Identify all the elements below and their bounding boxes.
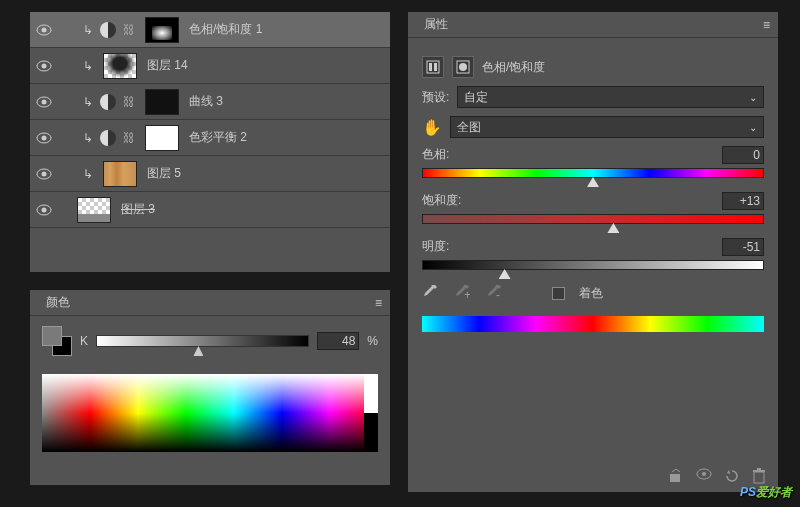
adjustment-icon bbox=[100, 130, 116, 146]
hue-value-input[interactable]: 0 bbox=[722, 146, 764, 164]
link-icon[interactable]: ⛓ bbox=[122, 93, 136, 111]
adjustment-name: 色相/饱和度 bbox=[482, 59, 545, 76]
svg-rect-19 bbox=[670, 474, 680, 482]
svg-point-5 bbox=[42, 99, 47, 104]
layer-mask-thumb[interactable] bbox=[145, 89, 179, 115]
svg-text:+: + bbox=[464, 288, 470, 300]
hue-range-bar[interactable] bbox=[422, 316, 764, 332]
k-value-input[interactable]: 48 bbox=[317, 332, 359, 350]
unit-label: % bbox=[367, 334, 378, 348]
panel-header: 颜色 ≡ bbox=[30, 290, 390, 316]
color-tab[interactable]: 颜色 bbox=[38, 290, 78, 315]
layer-name[interactable]: 图层 14 bbox=[147, 57, 188, 74]
panel-header: 属性 ≡ bbox=[408, 12, 778, 38]
colorize-checkbox[interactable] bbox=[552, 287, 565, 300]
svg-point-7 bbox=[42, 135, 47, 140]
clip-icon: ↳ bbox=[82, 95, 94, 109]
lightness-value-input[interactable]: -51 bbox=[722, 238, 764, 256]
layer-name[interactable]: 色相/饱和度 1 bbox=[189, 21, 262, 38]
hand-scrub-icon[interactable]: ✋ bbox=[422, 118, 442, 137]
layer-thumb[interactable] bbox=[77, 197, 111, 223]
adjustment-icon bbox=[100, 22, 116, 38]
range-select[interactable]: 全图 ⌄ bbox=[450, 116, 764, 138]
color-spectrum[interactable] bbox=[42, 374, 378, 452]
visibility-icon[interactable] bbox=[35, 165, 53, 183]
layer-row[interactable]: ↳ ⛓ 曲线 3 bbox=[30, 84, 390, 120]
watermark: PS爱好者 bbox=[740, 482, 792, 501]
svg-point-9 bbox=[42, 171, 47, 176]
layer-row[interactable]: ↳ 图层 5 bbox=[30, 156, 390, 192]
hue-label: 色相: bbox=[422, 146, 449, 164]
layer-mask-thumb[interactable] bbox=[145, 125, 179, 151]
lightness-label: 明度: bbox=[422, 238, 449, 256]
slider-knob[interactable] bbox=[193, 346, 203, 356]
channel-label: K bbox=[80, 334, 88, 348]
saturation-slider[interactable] bbox=[422, 214, 764, 224]
saturation-value-input[interactable]: +13 bbox=[722, 192, 764, 210]
svg-point-21 bbox=[702, 472, 706, 476]
svg-rect-14 bbox=[434, 63, 437, 71]
svg-point-11 bbox=[42, 207, 47, 212]
layer-name[interactable]: 图层 5 bbox=[147, 165, 181, 182]
slider-knob[interactable] bbox=[607, 223, 619, 233]
mask-icon[interactable] bbox=[452, 56, 474, 78]
adjustment-icon bbox=[100, 94, 116, 110]
layer-row[interactable]: ↳ ⛓ 色相/饱和度 1 bbox=[30, 12, 390, 48]
svg-point-1 bbox=[42, 27, 47, 32]
layer-thumb[interactable] bbox=[103, 53, 137, 79]
chevron-down-icon: ⌄ bbox=[749, 92, 757, 103]
eyedropper-icon[interactable] bbox=[422, 284, 440, 302]
slider-knob[interactable] bbox=[499, 269, 511, 279]
svg-rect-24 bbox=[757, 468, 761, 470]
fg-swatch[interactable] bbox=[42, 326, 62, 346]
view-previous-icon[interactable] bbox=[696, 468, 712, 484]
visibility-icon[interactable] bbox=[35, 57, 53, 75]
layer-row[interactable]: ↳ 图层 14 bbox=[30, 48, 390, 84]
properties-tab[interactable]: 属性 bbox=[416, 12, 456, 37]
properties-panel: 属性 ≡ 色相/饱和度 预设: 自定 ⌄ ✋ 全图 ⌄ 色相: 0 bbox=[408, 12, 778, 492]
svg-text:-: - bbox=[496, 288, 500, 300]
svg-point-3 bbox=[42, 63, 47, 68]
svg-point-16 bbox=[459, 63, 467, 71]
clip-icon: ↳ bbox=[82, 131, 94, 145]
slider-knob[interactable] bbox=[587, 177, 599, 187]
layers-panel: ↳ ⛓ 色相/饱和度 1 ↳ 图层 14 ↳ ⛓ 曲线 3 ↳ ⛓ 色彩平衡 2… bbox=[30, 12, 390, 272]
clip-icon: ↳ bbox=[82, 23, 94, 37]
link-icon[interactable]: ⛓ bbox=[122, 21, 136, 39]
k-slider[interactable] bbox=[96, 335, 309, 347]
lightness-slider[interactable] bbox=[422, 260, 764, 270]
panel-menu-icon[interactable]: ≡ bbox=[763, 18, 770, 32]
visibility-icon[interactable] bbox=[35, 21, 53, 39]
panel-menu-icon[interactable]: ≡ bbox=[375, 296, 382, 310]
layer-row[interactable]: ↳ ⛓ 色彩平衡 2 bbox=[30, 120, 390, 156]
preset-select[interactable]: 自定 ⌄ bbox=[457, 86, 764, 108]
eyedropper-add-icon[interactable]: + bbox=[454, 284, 472, 302]
layer-name[interactable]: 图层 3 bbox=[121, 201, 155, 218]
visibility-icon[interactable] bbox=[35, 201, 53, 219]
eyedropper-subtract-icon[interactable]: - bbox=[486, 284, 504, 302]
preset-label: 预设: bbox=[422, 89, 449, 106]
link-icon[interactable]: ⛓ bbox=[122, 129, 136, 147]
layer-row[interactable]: 图层 3 bbox=[30, 192, 390, 228]
hue-slider[interactable] bbox=[422, 168, 764, 178]
clip-icon: ↳ bbox=[82, 167, 94, 181]
saturation-label: 饱和度: bbox=[422, 192, 461, 210]
visibility-icon[interactable] bbox=[35, 129, 53, 147]
layer-thumb[interactable] bbox=[103, 161, 137, 187]
color-swatches[interactable] bbox=[42, 326, 72, 356]
clip-icon: ↳ bbox=[82, 59, 94, 73]
clip-to-layer-icon[interactable] bbox=[668, 468, 684, 484]
layer-mask-thumb[interactable] bbox=[145, 17, 179, 43]
adjustment-type-icon[interactable] bbox=[422, 56, 444, 78]
layer-name[interactable]: 曲线 3 bbox=[189, 93, 223, 110]
reset-icon[interactable] bbox=[724, 468, 740, 484]
svg-rect-13 bbox=[429, 63, 432, 71]
color-panel: 颜色 ≡ K 48 % bbox=[30, 290, 390, 485]
layer-name[interactable]: 色彩平衡 2 bbox=[189, 129, 247, 146]
chevron-down-icon: ⌄ bbox=[749, 122, 757, 133]
colorize-label: 着色 bbox=[579, 285, 603, 302]
bw-ramp[interactable] bbox=[364, 374, 378, 452]
svg-rect-12 bbox=[427, 61, 439, 73]
svg-rect-23 bbox=[753, 470, 765, 472]
visibility-icon[interactable] bbox=[35, 93, 53, 111]
